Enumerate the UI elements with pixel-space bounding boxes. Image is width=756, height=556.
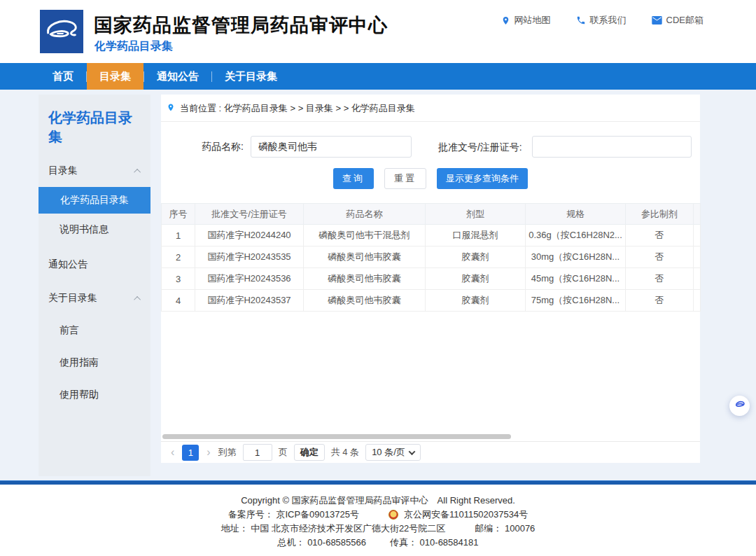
nav-item-catalog[interactable]: 目录集 bbox=[87, 63, 144, 90]
table-row: 1 国药准字H20244240 磷酸奥司他韦干混悬剂 口服混悬剂 0.36g（按… bbox=[162, 225, 701, 246]
prev-page-icon[interactable]: ‹ bbox=[169, 447, 176, 458]
drug-name-link[interactable]: 磷酸奥司他韦干混悬剂 bbox=[304, 225, 426, 246]
phone-icon bbox=[576, 15, 586, 25]
police-badge-icon bbox=[388, 510, 398, 520]
cell-dosage-form: 胶囊剂 bbox=[426, 246, 526, 268]
sidebar-item-label: 通知公告 bbox=[48, 258, 88, 271]
col-header-drug-name: 药品名称 bbox=[304, 204, 426, 225]
phone-line: 总机： 010-68585566 传真： 010-68584181 bbox=[0, 536, 756, 550]
col-header-approval: 批准文号/注册证号 bbox=[195, 204, 304, 225]
drug-name-label: 药品名称: bbox=[202, 141, 244, 153]
address-line: 地址： 中国 北京市经济技术开发区广德大街22号院二区 邮编： 100076 bbox=[0, 522, 756, 536]
drug-name-input[interactable] bbox=[251, 136, 412, 158]
cell-index: 4 bbox=[162, 290, 195, 312]
main-nav: 首页 目录集 通知公告 关于目录集 bbox=[0, 63, 756, 90]
reset-button[interactable]: 重置 bbox=[384, 168, 426, 189]
cell-index: 3 bbox=[162, 268, 195, 290]
cell-approval: 国药准字H20244240 bbox=[195, 225, 304, 246]
cell-reference: 否 bbox=[626, 246, 694, 268]
site-subtitle: 化学药品目录集 bbox=[94, 39, 173, 54]
cell-dosage-form: 胶囊剂 bbox=[426, 290, 526, 312]
sidebar-title: 化学药品目录集 bbox=[38, 95, 150, 155]
cell-dosage-form: 胶囊剂 bbox=[426, 268, 526, 290]
sidebar-item-label: 使用指南 bbox=[59, 356, 99, 369]
sidebar-item-label: 化学药品目录集 bbox=[60, 194, 129, 207]
cell-spec: 0.36g（按C16H28N2... bbox=[526, 225, 626, 246]
cell-approval: 国药准字H20243536 bbox=[195, 268, 304, 290]
sidebar-item-label: 说明书信息 bbox=[59, 223, 108, 236]
phone-text: 总机： 010-68585566 bbox=[278, 536, 366, 550]
site-header: 国家药品监督管理局药品审评中心 化学药品目录集 网站地图 联系我们 CDE邮箱 bbox=[0, 0, 756, 63]
icp-number: 备案序号： 京ICP备09013725号 bbox=[228, 508, 359, 522]
cde-swoosh-icon bbox=[734, 398, 746, 414]
drug-name-link[interactable]: 磷酸奥司他韦胶囊 bbox=[304, 268, 426, 290]
chevron-down-icon bbox=[408, 448, 415, 455]
col-header-spec: 规格 bbox=[526, 204, 626, 225]
cell-overflow bbox=[694, 225, 701, 246]
cell-overflow bbox=[694, 268, 701, 290]
sitemap-link[interactable]: 网站地图 bbox=[501, 14, 551, 27]
copyright-line: Copyright © 国家药品监督管理局药品审评中心 All Right Re… bbox=[0, 494, 756, 508]
sidebar-item-foreword[interactable]: 前言 bbox=[38, 317, 150, 344]
chevron-up-icon bbox=[134, 296, 141, 303]
cell-spec: 30mg（按C16H28N... bbox=[526, 246, 626, 268]
cell-index: 2 bbox=[162, 246, 195, 268]
sidebar-item-about-group[interactable]: 关于目录集 bbox=[38, 285, 150, 312]
sidebar-item-catalog-group[interactable]: 目录集 bbox=[38, 158, 150, 184]
sidebar-item-label: 前言 bbox=[59, 324, 79, 337]
sidebar-item-user-guide[interactable]: 使用指南 bbox=[38, 349, 150, 376]
query-button[interactable]: 查询 bbox=[333, 168, 374, 189]
search-buttons: 查询 重置 显示更多查询条件 bbox=[161, 168, 700, 189]
horizontal-scrollbar bbox=[161, 434, 700, 440]
police-number[interactable]: 京公网安备11011502037534号 bbox=[404, 508, 528, 522]
sidebar-item-notices[interactable]: 通知公告 bbox=[38, 251, 150, 278]
more-conditions-button[interactable]: 显示更多查询条件 bbox=[437, 168, 528, 189]
location-pin-icon bbox=[501, 15, 510, 26]
next-page-icon[interactable]: › bbox=[205, 447, 211, 458]
sidebar-item-label-info[interactable]: 说明书信息 bbox=[38, 216, 150, 243]
mailbox-link[interactable]: CDE邮箱 bbox=[652, 14, 704, 27]
drug-name-link[interactable]: 磷酸奥司他韦胶囊 bbox=[304, 246, 426, 268]
sidebar-item-chemical-catalog[interactable]: 化学药品目录集 bbox=[38, 187, 150, 214]
site-footer: Copyright © 国家药品监督管理局药品审评中心 All Right Re… bbox=[0, 485, 756, 556]
sidebar-item-help[interactable]: 使用帮助 bbox=[38, 382, 150, 408]
page-unit-label: 页 bbox=[279, 446, 288, 459]
nav-item-about[interactable]: 关于目录集 bbox=[212, 63, 290, 90]
breadcrumb-text: 当前位置 : 化学药品目录集 > > 目录集 > > 化学药品目录集 bbox=[180, 102, 415, 115]
mail-icon bbox=[652, 16, 662, 25]
registration-line: 备案序号： 京ICP备09013725号 京公网安备11011502037534… bbox=[0, 508, 756, 522]
approval-number-input[interactable] bbox=[532, 136, 692, 158]
goto-label: 到第 bbox=[218, 446, 237, 459]
main-panel: 当前位置 : 化学药品目录集 > > 目录集 > > 化学药品目录集 药品名称:… bbox=[161, 95, 700, 463]
table-header-row: 序号 批准文号/注册证号 药品名称 剂型 规格 参比制剂 bbox=[162, 204, 701, 225]
sitemap-label: 网站地图 bbox=[514, 14, 551, 27]
approval-number-label: 批准文号/注册证号: bbox=[438, 141, 522, 153]
nav-item-notices[interactable]: 通知公告 bbox=[144, 63, 211, 90]
cell-reference: 否 bbox=[626, 268, 694, 290]
sidebar: 化学药品目录集 目录集 化学药品目录集 说明书信息 通知公告 关于目录集 前言 … bbox=[38, 95, 150, 476]
scrollbar-thumb[interactable] bbox=[162, 434, 511, 439]
cell-overflow bbox=[694, 290, 701, 312]
col-header-dosage-form: 剂型 bbox=[426, 204, 526, 225]
cell-dosage-form: 口服混悬剂 bbox=[426, 225, 526, 246]
floating-widget-button[interactable] bbox=[729, 396, 750, 416]
drug-name-link[interactable]: 磷酸奥司他韦胶囊 bbox=[304, 290, 426, 312]
confirm-button[interactable]: 确定 bbox=[294, 444, 325, 461]
address-text: 地址： 中国 北京市经济技术开发区广德大街22号院二区 bbox=[221, 522, 446, 536]
contact-label: 联系我们 bbox=[590, 14, 626, 27]
approval-number-field: 批准文号/注册证号: bbox=[438, 136, 692, 158]
cell-spec: 75mg（按C16H28N... bbox=[526, 290, 626, 312]
header-links: 网站地图 联系我们 CDE邮箱 bbox=[501, 14, 704, 27]
search-form: 药品名称: 批准文号/注册证号: bbox=[161, 136, 700, 158]
sidebar-item-label: 关于目录集 bbox=[48, 292, 97, 305]
table-row: 2 国药准字H20243535 磷酸奥司他韦胶囊 胶囊剂 30mg（按C16H2… bbox=[162, 246, 701, 268]
sidebar-item-label: 目录集 bbox=[48, 165, 78, 177]
nav-item-home[interactable]: 首页 bbox=[40, 63, 86, 90]
page-number-button[interactable]: 1 bbox=[182, 445, 199, 461]
pagination: ‹ 1 › 到第 页 确定 共 4 条 10 条/页 bbox=[161, 441, 700, 463]
contact-link[interactable]: 联系我们 bbox=[576, 14, 626, 27]
table-row: 3 国药准字H20243536 磷酸奥司他韦胶囊 胶囊剂 45mg（按C16H2… bbox=[162, 268, 701, 290]
page-size-select[interactable]: 10 条/页 bbox=[365, 444, 421, 461]
goto-page-input[interactable] bbox=[243, 444, 272, 461]
postcode-text: 邮编： 100076 bbox=[475, 522, 535, 536]
